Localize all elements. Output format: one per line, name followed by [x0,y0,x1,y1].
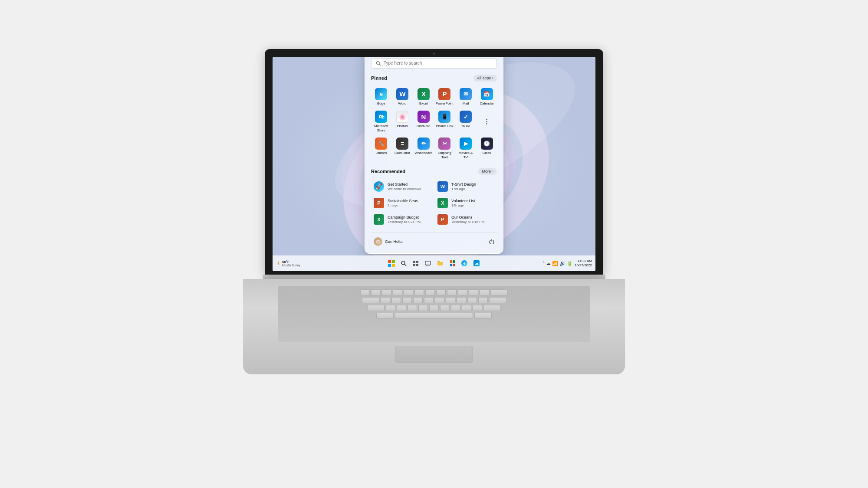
key [386,305,395,311]
laptop-base [243,279,625,374]
rec-get-started[interactable]: 🚀 Get Started Welcome to Windows [371,179,433,194]
start-button[interactable] [387,259,396,268]
key [393,289,402,295]
start-bottom-bar: G Gun Holtar [371,232,497,247]
app-snipping[interactable]: ✂ Snipping Tool [434,135,455,161]
app-movies[interactable]: ▶ Movies & TV [456,135,476,161]
power-button[interactable] [487,236,497,247]
key [404,289,413,295]
key [474,313,492,319]
rec-title-4: Volunteer List [451,199,475,203]
rec-sub-1: Welcome to Windows [388,187,421,191]
laptop: Pinned All apps › e Edge [243,49,625,439]
wifi-icon[interactable]: 📶 [552,261,558,266]
pinned-header: Pinned All apps › [371,75,497,82]
file-explorer-button[interactable] [435,259,445,268]
search-taskbar-icon [401,260,407,266]
edge-taskbar-button[interactable]: e [460,259,469,268]
rec-sub-6: Yesterday at 1:15 PM [451,220,484,224]
user-profile[interactable]: G Gun Holtar [371,236,407,247]
app-calculator[interactable]: = Calculator [392,135,413,161]
screen-bezel: Pinned All apps › e Edge [265,49,603,275]
folder-icon [437,260,443,266]
snipping-icon: ✂ [438,138,450,150]
store-taskbar-button[interactable]: ☁ [472,259,481,268]
more-pinned-dots[interactable] [477,108,497,134]
taskbar: ☀ 68°F Mostly Sunny [273,255,595,271]
key [360,289,370,295]
chat-button[interactable] [423,259,433,268]
app-todo[interactable]: ✓ To Do [456,108,476,134]
key-row-1 [281,289,587,295]
svg-rect-12 [413,264,415,266]
battery-icon[interactable]: 🔋 [567,261,573,266]
app-edge[interactable]: e Edge [371,86,391,108]
recommended-grid: 🚀 Get Started Welcome to Windows W T-Shi… [371,179,497,227]
app-word[interactable]: W Word [392,86,413,108]
app-powerpoint[interactable]: P PowerPoint [434,86,455,108]
svg-rect-10 [413,261,415,263]
rec-sustainable[interactable]: P Sustainable Seas 2h ago [371,196,433,210]
app-onenote[interactable]: N OneNote [413,108,434,134]
weather-widget[interactable]: ☀ 68°F Mostly Sunny [276,260,300,267]
onenote-label: OneNote [417,124,431,128]
taskbar-apps-button[interactable] [447,259,457,268]
app-clock[interactable]: 🕐 Clock [477,135,497,161]
phonelink-icon: 📱 [438,111,450,123]
rec-volunteer[interactable]: X Volunteer List 12h ago [435,196,497,210]
search-bar[interactable] [371,58,497,69]
rec-campaign[interactable]: X Campaign Budget Yesterday at 4:24 PM [371,212,433,227]
oceans-icon: P [437,214,448,225]
whiteboard-label: Whiteboard [414,151,432,155]
clock-display[interactable]: 11:11 AM 10/27/2022 [575,259,592,268]
rec-oceans[interactable]: P Our Oceans Yesterday at 1:15 PM [435,212,497,227]
all-apps-button[interactable]: All apps › [473,75,497,82]
app-whiteboard[interactable]: ✏ Whiteboard [413,135,434,161]
store-label: Microsoft Store [372,124,391,132]
task-view-button[interactable] [411,259,421,268]
key [451,305,460,311]
more-button[interactable]: More › [478,168,497,175]
key [489,297,506,303]
todo-icon: ✓ [460,111,472,123]
app-phonelink[interactable]: 📱 Phone Link [434,108,455,134]
user-name: Gun Holtar [385,239,404,244]
app-store[interactable]: 🛍 Microsoft Store [371,108,391,134]
app-photos[interactable]: 🌸 Photos [392,108,413,134]
recommended-title: Recommended [371,169,405,174]
volunteer-icon: X [437,198,448,208]
search-taskbar-button[interactable] [399,259,408,268]
key [418,305,428,311]
key-row-3 [281,305,587,311]
speaker-icon[interactable]: 🔊 [559,261,566,266]
keyboard [278,286,590,342]
chevron-tray-icon[interactable]: ^ [542,261,545,266]
rec-tshirt[interactable]: W T-Shirt Design 17m ago [435,179,497,194]
app-utilities[interactable]: 🔧 Utilities [371,135,391,161]
key [424,297,434,303]
utilities-icon: 🔧 [375,138,387,150]
weather-temp: 68°F [282,260,300,264]
mail-icon: ✉ [460,88,472,100]
key [381,297,390,303]
search-icon [376,61,381,66]
laptop-hinge [263,275,605,279]
key [362,297,379,303]
excel-icon: X [418,88,430,100]
pinned-title: Pinned [371,75,387,81]
onedrive-icon[interactable]: ☁ [546,261,551,266]
app-mail[interactable]: ✉ Mail [456,86,476,108]
svg-rect-14 [425,261,431,265]
key [462,305,471,311]
calendar-label: Calendar [480,102,493,106]
key [382,289,391,295]
tshirt-icon: W [437,181,448,192]
search-input[interactable] [384,61,492,66]
touchpad[interactable] [395,346,473,363]
phonelink-label: Phone Link [436,124,453,128]
key [473,305,482,311]
edge-label: Edge [377,102,385,106]
key [376,313,394,319]
app-calendar[interactable]: 📅 Calendar [477,86,497,108]
app-excel[interactable]: X Excel [413,86,434,108]
